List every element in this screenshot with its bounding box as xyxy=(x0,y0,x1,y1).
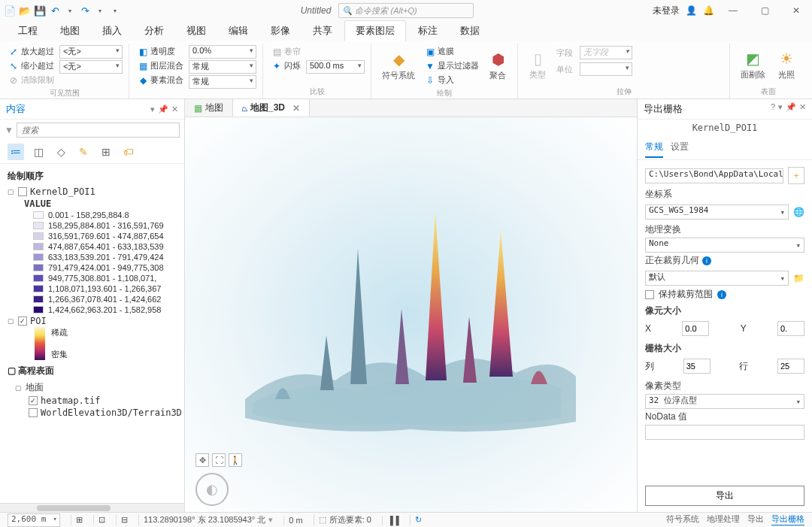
unit-select[interactable] xyxy=(580,62,632,76)
type-button[interactable]: ▯ 类型 xyxy=(524,45,551,85)
keep-clip-checkbox[interactable] xyxy=(645,290,654,299)
constraints-icon[interactable]: ⊟ xyxy=(121,515,128,525)
tab-map[interactable]: 地图 xyxy=(50,21,90,41)
export-button[interactable]: 导出 xyxy=(645,486,804,506)
cols-input[interactable] xyxy=(683,359,710,374)
info-icon[interactable]: i xyxy=(717,290,726,299)
crs-select[interactable]: GCS_WGS_1984 xyxy=(645,204,789,220)
add-path-icon[interactable]: ＋ xyxy=(788,167,804,184)
layer-checkbox[interactable]: ✓ xyxy=(18,317,27,326)
notifications-icon[interactable]: 🔔 xyxy=(703,5,714,16)
layer-poi[interactable]: ▢ ✓ POI xyxy=(2,315,183,327)
panel-options-icon[interactable]: ▾ xyxy=(150,104,155,114)
tab-settings[interactable]: 设置 xyxy=(671,138,689,158)
tab-map-3d[interactable]: ⏢地图_3D✕ xyxy=(233,99,310,117)
heatmap-layer[interactable]: ✓ heatmap.tif xyxy=(2,395,183,407)
panel-pin-icon[interactable]: 📌 xyxy=(786,102,796,116)
layer-checkbox[interactable] xyxy=(18,187,27,196)
select-icon[interactable]: ⬚ xyxy=(319,515,326,525)
undo-dropdown-icon[interactable]: ▾ xyxy=(63,4,77,17)
new-project-icon[interactable]: 📄 xyxy=(3,4,17,17)
face-cull-button[interactable]: ◩ 面剔除 xyxy=(736,45,770,85)
tab-insert[interactable]: 插入 xyxy=(92,21,132,41)
qat-more-icon[interactable]: ▾ xyxy=(108,4,122,17)
ground-row[interactable]: ▢ 地面 xyxy=(2,380,183,395)
panel-pin-icon[interactable]: 📌 xyxy=(158,104,168,114)
dock-tab-export[interactable]: 导出 xyxy=(747,513,764,525)
list-by-labeling-icon[interactable]: 🏷 xyxy=(120,144,137,160)
pixel-type-select[interactable]: 32 位浮点型 xyxy=(645,394,804,409)
open-project-icon[interactable]: 📂 xyxy=(18,4,32,17)
feature-blend-select[interactable]: 常规 xyxy=(189,75,256,89)
pause-icon[interactable]: ▐▐ xyxy=(387,516,399,525)
panel-close-icon[interactable]: ✕ xyxy=(171,104,178,114)
list-by-source-icon[interactable]: ◫ xyxy=(30,144,47,160)
minimize-button[interactable]: — xyxy=(720,2,746,19)
list-by-editing-icon[interactable]: ✎ xyxy=(75,144,92,160)
caret-icon[interactable]: ▢ xyxy=(8,188,15,195)
tab-share[interactable]: 共享 xyxy=(302,21,343,41)
rows-input[interactable] xyxy=(777,359,804,374)
output-path-input[interactable]: C:\Users\Bond\AppData\Local\Temp xyxy=(645,168,783,183)
cell-x-input[interactable] xyxy=(682,321,709,336)
grid-icon[interactable]: ⊞ xyxy=(76,515,83,525)
globe-icon[interactable]: 🌐 xyxy=(793,207,804,217)
geotrans-select[interactable]: None xyxy=(645,238,804,253)
field-select[interactable]: 无字段 xyxy=(580,46,632,59)
panel-close-icon[interactable]: ✕ xyxy=(799,102,806,116)
user-icon[interactable]: 👤 xyxy=(686,5,697,16)
zoom-in-beyond[interactable]: ⤢放大超过 xyxy=(6,45,56,58)
zoom-out-beyond[interactable]: ⤡缩小超过 xyxy=(6,59,56,72)
swipe-button[interactable]: ▤卷帘 xyxy=(269,45,303,58)
info-icon[interactable]: i xyxy=(702,256,711,265)
tab-analysis[interactable]: 分析 xyxy=(134,21,174,41)
caret-icon[interactable]: ▢ xyxy=(8,317,15,325)
symbology-button[interactable]: ◆ 符号系统 xyxy=(377,45,420,86)
tab-close-icon[interactable]: ✕ xyxy=(292,103,300,114)
compass-widget[interactable]: ◐ xyxy=(195,473,229,506)
save-icon[interactable]: 💾 xyxy=(33,4,47,17)
tab-labeling[interactable]: 标注 xyxy=(408,21,448,41)
look-around-icon[interactable]: 🚶 xyxy=(229,453,242,467)
aggregate-button[interactable]: ⬢ 聚合 xyxy=(484,45,511,86)
flash-button[interactable]: ✦闪烁 xyxy=(269,59,303,72)
lighting-button[interactable]: ☀ 光照 xyxy=(773,45,800,85)
list-by-snapping-icon[interactable]: ⊞ xyxy=(98,144,114,160)
login-status[interactable]: 未登录 xyxy=(653,5,680,17)
layer-checkbox[interactable]: ✓ xyxy=(29,396,38,405)
tab-view[interactable]: 视图 xyxy=(176,21,217,41)
tab-map-2d[interactable]: ▦地图 xyxy=(185,99,233,117)
clip-select[interactable]: 默认 xyxy=(645,271,789,286)
display-filter-button[interactable]: ▼显示过滤器 xyxy=(423,59,481,72)
mask-button[interactable]: ▣遮膜 xyxy=(423,45,481,58)
snap-icon[interactable]: ⊡ xyxy=(98,515,105,525)
layer-kerneld[interactable]: ▢ KernelD_POI1 xyxy=(2,186,183,198)
nodata-input[interactable] xyxy=(645,425,804,440)
tab-data[interactable]: 数据 xyxy=(450,21,490,41)
import-button[interactable]: ⇩导入 xyxy=(423,74,481,86)
full-extent-icon[interactable]: ⛶ xyxy=(212,453,226,467)
contents-search-input[interactable] xyxy=(17,123,180,138)
terrain3d-layer[interactable]: WorldElevation3D/Terrain3D xyxy=(2,407,183,419)
flash-duration[interactable]: 500.0 ms xyxy=(306,60,365,74)
list-by-selection-icon[interactable]: ◇ xyxy=(53,144,69,160)
undo-icon[interactable]: ↶ xyxy=(48,4,62,17)
tab-project[interactable]: 工程 xyxy=(8,21,48,41)
zoom-in-select[interactable]: <无> xyxy=(59,45,123,59)
tab-imagery[interactable]: 影像 xyxy=(260,21,301,41)
toc-scrollbar[interactable] xyxy=(0,503,184,512)
tab-feature-layer[interactable]: 要素图层 xyxy=(344,20,406,41)
cell-y-input[interactable] xyxy=(777,321,804,336)
tab-edit[interactable]: 编辑 xyxy=(218,21,259,41)
layer-blend-select[interactable]: 常规 xyxy=(189,60,256,74)
zoom-out-select[interactable]: <无> xyxy=(59,60,123,74)
refresh-icon[interactable]: ↻ xyxy=(415,515,422,525)
redo-icon[interactable]: ↷ xyxy=(78,4,92,17)
explore-tool-icon[interactable]: ✥ xyxy=(195,453,209,467)
browse-folder-icon[interactable]: 📁 xyxy=(793,273,804,283)
dock-tab-geoprocessing[interactable]: 地理处理 xyxy=(707,513,740,525)
redo-dropdown-icon[interactable]: ▾ xyxy=(93,4,107,17)
command-search[interactable]: 🔍 命令搜索 (Alt+Q) xyxy=(338,3,474,18)
scale-select[interactable]: 2,600 m xyxy=(8,513,60,527)
filter-icon[interactable]: ▼ xyxy=(5,125,14,135)
